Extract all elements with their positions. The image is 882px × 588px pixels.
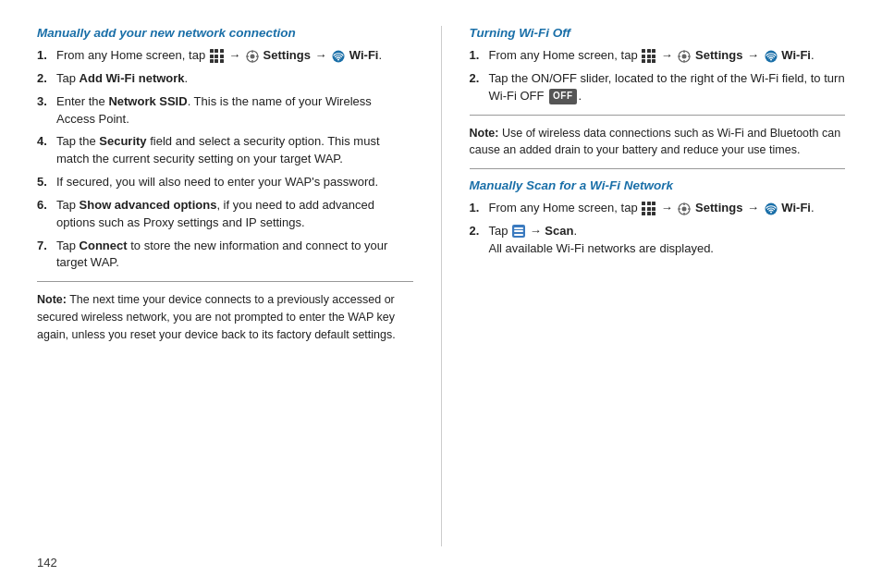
right-steps-list-2: 1. From any Home screen, tap →	[470, 200, 846, 258]
apps-icon-r2	[642, 202, 655, 215]
right-step-num-1-1: 1.	[470, 47, 484, 65]
wifi-label-1: Wi-Fi	[349, 48, 379, 62]
svg-rect-2	[251, 50, 253, 53]
step-content-2: Tap Add Wi-Fi network.	[56, 70, 413, 88]
wifi-icon-r2	[765, 202, 778, 215]
apps-icon-r1	[642, 49, 655, 63]
left-step-3: 3. Enter the Network SSID. This is the n…	[37, 93, 413, 129]
advanced-options-label: Show advanced options	[80, 198, 217, 212]
add-wifi-label: Add Wi-Fi network	[80, 71, 185, 85]
right-step-content-2-2: Tap → Scan. All available Wi-Fi networks…	[489, 223, 846, 258]
svg-point-17	[682, 206, 687, 211]
page: Manually add your new network connection…	[0, 0, 882, 588]
right-step-content-1-2: Tap the ON/OFF slider, located to the ri…	[489, 70, 846, 105]
svg-rect-5	[256, 55, 259, 57]
security-label: Security	[99, 134, 146, 148]
arrow-1: →	[228, 48, 240, 62]
svg-rect-21	[688, 208, 691, 210]
svg-rect-18	[684, 202, 686, 205]
left-note-label: Note:	[37, 293, 67, 306]
svg-rect-10	[684, 50, 686, 53]
settings-label-r1: Settings	[695, 48, 742, 62]
step-content-6: Tap Show advanced options, if you need t…	[56, 197, 413, 232]
svg-rect-20	[679, 208, 681, 210]
right-step-num-2-1: 1.	[470, 200, 484, 217]
svg-rect-13	[688, 55, 691, 57]
right-note1-text: Use of wireless data connections such as…	[470, 127, 841, 157]
right-step-content-2-1: From any Home screen, tap →	[489, 200, 846, 217]
svg-point-14	[765, 50, 777, 62]
settings-icon-r2	[678, 202, 691, 215]
right-step-num-2-2: 2.	[470, 223, 484, 258]
step-content-3: Enter the Network SSID. This is the name…	[56, 93, 413, 129]
columns: Manually add your new network connection…	[37, 26, 845, 546]
step-num-3: 3.	[37, 93, 52, 129]
left-note: Note: The next time your device connects…	[37, 291, 413, 343]
scan-label: → Scan	[530, 224, 574, 238]
right-steps-list-1: 1. From any Home screen, tap →	[470, 47, 846, 105]
right-note-1: Note: Use of wireless data connections s…	[470, 125, 846, 160]
left-step-6: 6. Tap Show advanced options, if you nee…	[37, 197, 413, 232]
left-steps-list: 1. From any Home screen, tap →	[37, 47, 413, 272]
right-step-content-1-1: From any Home screen, tap →	[489, 47, 846, 65]
ssid-label: Network SSID	[108, 94, 187, 108]
right-step-2-2: 2. Tap → Scan. All available Wi-Fi netwo…	[470, 223, 846, 258]
svg-rect-12	[679, 55, 681, 57]
settings-icon-1	[246, 50, 259, 63]
left-step-4: 4. Tap the Security field and select a s…	[37, 133, 413, 168]
left-divider-1	[37, 281, 413, 282]
step-content-1: From any Home screen, tap →	[56, 47, 413, 65]
svg-point-22	[765, 202, 777, 214]
settings-icon-r1	[678, 50, 691, 63]
settings-label-1: Settings	[263, 48, 311, 62]
right-step-1-1: 1. From any Home screen, tap →	[470, 47, 846, 65]
right-step-2-1: 1. From any Home screen, tap →	[470, 200, 846, 217]
page-number: 142	[37, 556, 57, 570]
left-step-7: 7. Tap Connect to store the new informat…	[37, 238, 413, 273]
step-num-4: 4.	[37, 133, 52, 168]
step-num-6: 6.	[37, 197, 52, 232]
left-step-5: 5. If secured, you will also need to ent…	[37, 174, 413, 191]
left-column: Manually add your new network connection…	[37, 26, 442, 546]
svg-point-23	[770, 211, 772, 213]
svg-rect-19	[684, 213, 686, 215]
wifi-icon-1	[332, 50, 345, 63]
menu-icon-scan	[512, 225, 525, 238]
wifi-icon-r1	[765, 50, 778, 63]
svg-rect-11	[684, 60, 686, 63]
wifi-label-r1: Wi-Fi	[781, 48, 811, 62]
connect-label: Connect	[80, 239, 128, 252]
step-num-2: 2.	[37, 70, 52, 88]
right-step-1-2: 2. Tap the ON/OFF slider, located to the…	[470, 70, 846, 105]
off-badge: OFF	[549, 89, 577, 104]
right-note1-label: Note:	[470, 127, 499, 140]
svg-point-6	[333, 50, 345, 62]
apps-icon	[210, 49, 224, 63]
step-content-7: Tap Connect to store the new information…	[56, 238, 413, 273]
svg-point-15	[770, 58, 772, 60]
step-content-4: Tap the Security field and select a secu…	[56, 133, 413, 168]
right-section2-title: Manually Scan for a Wi-Fi Network	[470, 178, 846, 192]
svg-rect-4	[246, 55, 249, 57]
step-num-1: 1.	[37, 47, 52, 65]
scan-subtext: All available Wi-Fi networks are display…	[489, 241, 714, 255]
right-section1-title: Turning Wi-Fi Off	[470, 26, 846, 40]
step-num-5: 5.	[37, 174, 52, 191]
settings-label-r2: Settings	[695, 201, 742, 214]
right-divider-1	[470, 115, 846, 116]
step-content-5: If secured, you will also need to enter …	[56, 174, 413, 191]
left-step-2: 2. Tap Add Wi-Fi network.	[37, 70, 413, 88]
svg-point-9	[682, 54, 687, 58]
svg-rect-3	[251, 60, 253, 63]
right-step-num-1-2: 2.	[470, 70, 484, 105]
right-divider-2	[470, 168, 846, 169]
svg-point-7	[337, 58, 339, 60]
left-note-text: The next time your device connects to a …	[37, 293, 396, 341]
wifi-label-r2: Wi-Fi	[781, 201, 811, 214]
svg-point-1	[250, 54, 254, 58]
page-footer: 142	[37, 546, 845, 570]
left-section-title: Manually add your new network connection	[37, 26, 413, 40]
left-step-1: 1. From any Home screen, tap →	[37, 47, 413, 65]
step-num-7: 7.	[37, 238, 52, 273]
right-column: Turning Wi-Fi Off 1. From any Home scree…	[470, 26, 846, 546]
